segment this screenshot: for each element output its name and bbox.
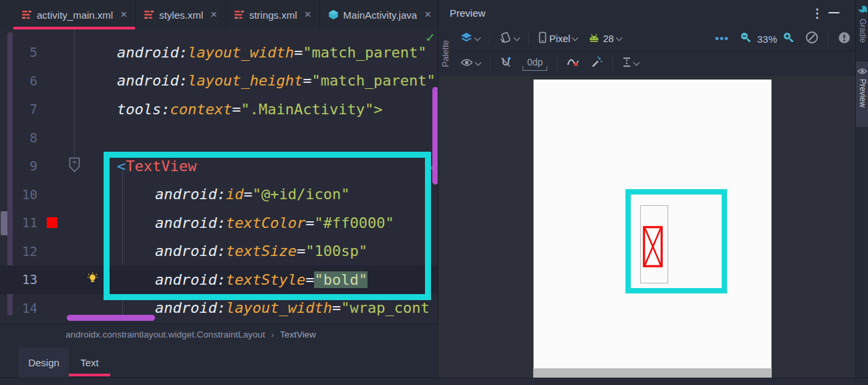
toolbar-divider xyxy=(489,32,490,45)
gradle-tab[interactable]: Gradle xyxy=(858,19,867,43)
toolbar-divider xyxy=(529,32,529,45)
device-selector-button[interactable]: Pixel xyxy=(533,31,583,46)
rotate-device-icon xyxy=(499,31,512,46)
editor-tab-MainActivity-java[interactable]: MainActivity.java× xyxy=(320,0,440,29)
close-icon[interactable]: × xyxy=(305,11,311,18)
orientation-button[interactable] xyxy=(494,31,525,46)
line-number: 10 xyxy=(0,187,37,202)
clear-constraints-button[interactable] xyxy=(561,56,585,71)
tab-label: activity_main.xml xyxy=(37,9,113,21)
magnet-off-icon xyxy=(500,56,512,71)
view-options-button[interactable] xyxy=(455,57,486,70)
eye-icon xyxy=(460,57,473,70)
autoconnect-toggle-button[interactable] xyxy=(494,56,517,71)
palette-tab[interactable]: Palette xyxy=(440,40,450,67)
editor-tabs: activity_main.xml×styles.xml×strings.xml… xyxy=(0,0,438,29)
android-studio-window: activity_main.xml×styles.xml×strings.xml… xyxy=(0,0,868,385)
preview-toolbar-main: Pixel 28 ••• 33% xyxy=(455,27,856,51)
toolbar-divider xyxy=(490,57,490,70)
toolbar-divider xyxy=(557,57,557,70)
chevron-down-icon xyxy=(615,34,622,41)
zoom-out-button[interactable] xyxy=(734,31,757,46)
editor-tab-activity_main-xml[interactable]: activity_main.xml× xyxy=(13,0,136,29)
preview-toolbar-constraints: 0dp xyxy=(455,52,856,75)
eye-icon xyxy=(857,66,867,78)
lightbulb-icon[interactable] xyxy=(87,272,98,287)
preview-tab-label: Preview xyxy=(858,79,867,108)
warnings-button[interactable] xyxy=(833,31,856,47)
breadcrumb-leaf[interactable]: TextView xyxy=(280,330,316,340)
color-swatch-red[interactable] xyxy=(47,217,57,228)
code-line-5[interactable]: 5android:layout_width="match_parent" xyxy=(0,38,438,67)
fold-slot xyxy=(67,272,104,287)
line-number: 14 xyxy=(0,301,37,315)
variant-selector-button[interactable] xyxy=(455,32,485,45)
ellipsis-icon: ••• xyxy=(715,32,729,45)
gutter-slot xyxy=(37,217,67,228)
chevron-down-icon xyxy=(633,59,640,66)
vertical-scrollbar[interactable] xyxy=(432,87,438,184)
code-editor[interactable]: 5android:layout_width="match_parent"6and… xyxy=(0,29,438,324)
class-file-icon xyxy=(328,9,339,20)
gradle-tab-icon[interactable] xyxy=(856,4,868,16)
line-number: 5 xyxy=(0,45,37,59)
breadcrumb: androidx.constraintlayout.widget.Constra… xyxy=(0,324,438,345)
close-icon[interactable]: × xyxy=(424,11,431,18)
circle-slash-icon xyxy=(805,31,819,47)
device-name: Pixel xyxy=(549,33,570,44)
line-number: 6 xyxy=(0,74,37,88)
device-navbar xyxy=(533,368,772,378)
line-number: 12 xyxy=(0,244,37,259)
zoom-to-fit-button[interactable] xyxy=(800,31,824,47)
margin-value: 0dp xyxy=(527,57,543,68)
more-options-button[interactable]: ••• xyxy=(710,32,734,45)
xml-file-icon xyxy=(144,9,154,20)
layers-icon xyxy=(460,32,472,45)
android-robot-icon xyxy=(588,33,600,45)
minimize-icon[interactable]: — xyxy=(829,7,839,19)
preview-tab-selected[interactable]: Preview xyxy=(856,61,868,127)
fold-marker-icon[interactable] xyxy=(68,157,81,175)
tab-label: strings.xml xyxy=(249,9,297,21)
code-line-6[interactable]: 6android:layout_height="match_parent" xyxy=(0,67,438,96)
phone-icon xyxy=(539,31,547,46)
default-margins-button[interactable]: 0dp xyxy=(517,56,553,71)
ibeam-icon xyxy=(622,57,631,70)
kebab-menu-icon[interactable]: ⋮ xyxy=(811,6,823,21)
code-highlight-box xyxy=(104,152,431,300)
line-number: 13 xyxy=(0,272,37,287)
right-tool-rail: Gradle Preview xyxy=(855,0,868,378)
inspection-check-icon[interactable]: ✓ xyxy=(425,30,436,45)
editor-tab-styles-xml[interactable]: styles.xml× xyxy=(136,0,226,29)
close-icon[interactable]: × xyxy=(210,11,217,18)
tab-design[interactable]: Design xyxy=(19,348,69,378)
tab-text[interactable]: Text xyxy=(69,348,110,378)
code-text: android:layout_width="wrap_cont xyxy=(104,299,430,316)
close-icon[interactable]: × xyxy=(120,11,127,18)
code-line-7[interactable]: 7tools:context=".MainActivity"> xyxy=(0,95,438,124)
design-canvas[interactable] xyxy=(438,75,856,378)
preview-title: Preview xyxy=(450,7,485,19)
line-number: 7 xyxy=(0,102,37,116)
editor-tab-strings-xml[interactable]: strings.xml× xyxy=(226,0,320,29)
toolbar-divider xyxy=(828,32,829,45)
code-text: android:layout_height="match_parent" xyxy=(104,72,436,89)
zoom-in-icon xyxy=(782,31,794,46)
status-bar xyxy=(0,378,868,385)
zoom-out-icon xyxy=(740,31,752,46)
code-line-8[interactable]: 8 xyxy=(0,124,438,152)
zoom-in-button[interactable] xyxy=(777,31,800,46)
chevron-down-icon xyxy=(514,34,521,41)
chevron-down-icon xyxy=(475,59,482,66)
zoom-percentage: 33% xyxy=(757,33,777,45)
xml-file-icon xyxy=(234,9,245,20)
infer-constraints-button[interactable] xyxy=(585,56,608,71)
code-text: android:layout_width="match_parent" xyxy=(104,44,427,61)
breadcrumb-root[interactable]: androidx.constraintlayout.widget.Constra… xyxy=(65,330,265,340)
api-level-button[interactable]: 28 xyxy=(583,33,626,45)
horizontal-scrollbar[interactable] xyxy=(67,315,155,321)
xml-file-icon xyxy=(21,9,32,20)
preview-pane: Preview ⋮ — Pixel xyxy=(438,0,855,378)
pack-align-button[interactable] xyxy=(617,57,644,70)
editor-mode-tabs: Design Text xyxy=(0,345,438,378)
